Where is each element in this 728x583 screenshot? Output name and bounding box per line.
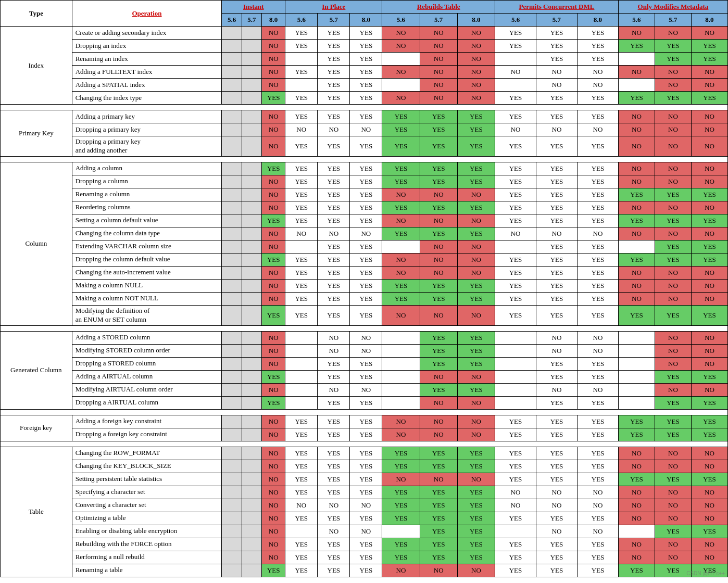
value-cell	[222, 79, 242, 92]
value-cell: YES	[536, 188, 578, 201]
value-cell: YES	[577, 551, 618, 564]
value-cell: NO	[262, 447, 285, 460]
col-version: 5.6	[222, 14, 242, 27]
table-row: Changing the index typeYESYESYESYESNONON…	[1, 92, 728, 105]
value-cell: YES	[350, 564, 382, 577]
value-cell: YES	[457, 499, 495, 512]
value-cell: YES	[577, 396, 618, 409]
value-cell: NO	[262, 383, 285, 396]
value-cell: YES	[495, 292, 536, 305]
value-cell: NO	[618, 279, 655, 292]
table-row: Dropping a columnNOYESYESYESYESYESYESYES…	[1, 175, 728, 188]
value-cell	[618, 357, 655, 370]
value-cell	[285, 370, 318, 383]
value-cell: YES	[318, 253, 350, 266]
operation-cell: Dropping the column default value	[72, 253, 222, 266]
value-cell: NO	[577, 331, 618, 344]
value-cell: NO	[577, 525, 618, 538]
value-cell: YES	[655, 525, 691, 538]
value-cell: YES	[285, 564, 318, 577]
value-cell: NO	[457, 240, 495, 253]
value-cell: YES	[495, 175, 536, 188]
col-version: 5.6	[285, 14, 318, 27]
value-cell: NO	[457, 564, 495, 577]
table-row: Setting a column default valueYESYESYESY…	[1, 214, 728, 227]
type-cell: Index	[1, 27, 72, 105]
value-cell: NO	[655, 123, 691, 136]
col-type: Type	[1, 1, 72, 27]
value-cell: NO	[382, 214, 420, 227]
value-cell	[222, 525, 242, 538]
value-cell: YES	[350, 40, 382, 53]
value-cell: YES	[495, 201, 536, 214]
col-version: 8.0	[262, 14, 285, 27]
value-cell: YES	[318, 110, 350, 123]
value-cell: YES	[262, 162, 285, 175]
value-cell	[222, 40, 242, 53]
value-cell: NO	[382, 27, 420, 40]
value-cell: YES	[655, 188, 691, 201]
value-cell: YES	[536, 240, 578, 253]
value-cell: YES	[536, 357, 578, 370]
table-row: Dropping a foreign key constraintNOYESYE…	[1, 428, 728, 441]
table-row: Optimizing a tableNOYESYESYESYESYESYESYE…	[1, 512, 728, 525]
value-cell: NO	[495, 499, 536, 512]
value-cell: YES	[262, 253, 285, 266]
value-cell: YES	[420, 538, 457, 551]
value-cell	[222, 428, 242, 441]
value-cell: NO	[457, 40, 495, 53]
value-cell: YES	[457, 538, 495, 551]
value-cell: YES	[285, 253, 318, 266]
value-cell	[382, 525, 420, 538]
value-cell: YES	[495, 266, 536, 279]
value-cell	[242, 499, 261, 512]
col-version: 5.6	[618, 14, 655, 27]
value-cell: YES	[285, 188, 318, 201]
value-cell: YES	[318, 370, 350, 383]
value-cell	[222, 383, 242, 396]
value-cell: YES	[350, 253, 382, 266]
value-cell	[618, 53, 655, 66]
value-cell: YES	[318, 551, 350, 564]
value-cell	[222, 53, 242, 66]
value-cell: NO	[691, 331, 727, 344]
value-cell: YES	[457, 344, 495, 357]
value-cell: NO	[536, 486, 578, 499]
value-cell	[222, 357, 242, 370]
col-version: 8.0	[457, 14, 495, 27]
value-cell: YES	[350, 292, 382, 305]
value-cell: NO	[420, 305, 457, 325]
operation-cell: Dropping a foreign key constraint	[72, 428, 222, 441]
value-cell: YES	[691, 473, 727, 486]
value-cell: NO	[262, 240, 285, 253]
value-cell: YES	[495, 27, 536, 40]
value-cell: YES	[536, 305, 578, 325]
value-cell: YES	[350, 396, 382, 409]
value-cell: NO	[691, 538, 727, 551]
value-cell: YES	[495, 162, 536, 175]
value-cell: YES	[691, 428, 727, 441]
value-cell: YES	[655, 240, 691, 253]
value-cell: NO	[655, 279, 691, 292]
operation-cell: Modifying STORED column order	[72, 344, 222, 357]
value-cell: NO	[318, 344, 350, 357]
value-cell: NO	[577, 486, 618, 499]
value-cell	[242, 136, 261, 157]
table-row: Dropping a primary keyNONONONOYESYESYESN…	[1, 123, 728, 136]
value-cell: YES	[655, 53, 691, 66]
value-cell: YES	[285, 27, 318, 40]
value-cell: NO	[262, 357, 285, 370]
value-cell	[242, 564, 261, 577]
value-cell: YES	[577, 175, 618, 188]
value-cell: YES	[577, 460, 618, 473]
value-cell: NO	[577, 79, 618, 92]
value-cell: NO	[577, 344, 618, 357]
value-cell	[222, 564, 242, 577]
value-cell: NO	[618, 551, 655, 564]
value-cell: NO	[577, 383, 618, 396]
value-cell: YES	[382, 460, 420, 473]
value-cell: YES	[536, 92, 578, 105]
value-cell	[222, 136, 242, 157]
value-cell: YES	[495, 253, 536, 266]
value-cell: NO	[420, 40, 457, 53]
